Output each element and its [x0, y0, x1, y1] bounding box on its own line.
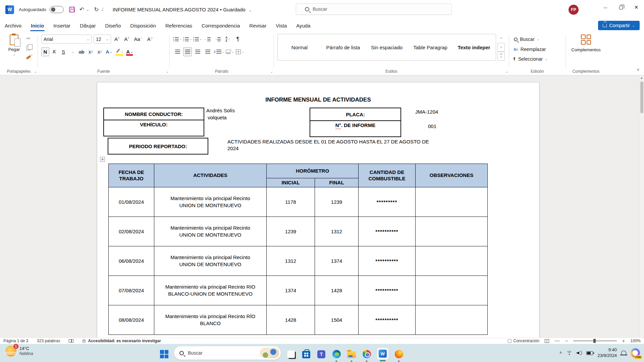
tab-correspondencia[interactable]: Correspondencia [197, 19, 245, 32]
teams-icon[interactable]: T [317, 350, 326, 359]
sort-button[interactable]: AZ↓ [223, 35, 232, 44]
style-parrafo-de-lista[interactable]: Párrafo de lista [321, 45, 365, 50]
clock[interactable]: 9:40 23/9/2024 [597, 347, 617, 359]
autosave-toggle[interactable] [50, 6, 64, 13]
report-no-value[interactable]: 001 [428, 123, 436, 129]
activities-table[interactable]: FECHA DE TRABAJO ACTIVIDADES HORÓMETRO C… [108, 164, 488, 335]
close-button[interactable]: ✕ [629, 0, 644, 15]
accessibility-status[interactable]: Accesibilidad: es necesario investigar [82, 339, 161, 343]
cut-icon[interactable]: ✂ [25, 35, 32, 42]
vertical-scrollbar[interactable]: ▲ [639, 75, 644, 338]
wifi-icon[interactable] [566, 351, 572, 355]
replace-button[interactable]: bc Reemplazar [514, 47, 546, 52]
scroll-up-icon[interactable]: ▲ [639, 76, 644, 79]
plate-label-cell[interactable]: PLACA: [310, 108, 401, 121]
task-view-button[interactable] [286, 350, 296, 359]
table-row[interactable]: 02/08/2024 Mantenimiento vía principal R… [109, 217, 488, 246]
italic-button[interactable]: K [50, 47, 58, 56]
multilevel-list-button[interactable]: ⌄ [193, 35, 202, 44]
microsoft-store-icon[interactable] [302, 350, 311, 359]
copilot-icon[interactable]: PRE [631, 348, 640, 358]
select-button[interactable]: Seleccionar ⌄ [514, 56, 548, 62]
paragraph-dialog-launcher-icon[interactable]: ⌟ [271, 69, 272, 73]
tab-diseno[interactable]: Diseño [101, 19, 126, 32]
addins-button[interactable]: Complementos [566, 35, 606, 52]
share-button[interactable]: Compartir ⌄ [598, 21, 640, 30]
subscript-button[interactable]: x2 [87, 47, 95, 56]
document-title[interactable]: INFORME MENSUAL ANDRES AGOSTO 2024 • Gua… [113, 7, 252, 12]
tab-insertar[interactable]: Insertar [49, 19, 75, 32]
chrome-icon[interactable] [362, 350, 371, 359]
print-layout-active[interactable] [554, 340, 560, 342]
align-center-button[interactable] [183, 47, 192, 56]
table-move-handle-icon[interactable]: ✛ [100, 157, 105, 162]
tab-vista[interactable]: Vista [271, 19, 291, 32]
tab-referencias[interactable]: Referencias [161, 19, 197, 32]
change-case-button[interactable]: Aa⌄ [133, 36, 144, 42]
account-avatar[interactable]: FP [569, 5, 579, 15]
collapse-ribbon-icon[interactable]: ˅ [637, 68, 639, 72]
tab-revisar[interactable]: Revisar [245, 19, 271, 32]
tray-expand-icon[interactable]: ˄ [559, 351, 562, 355]
save-icon[interactable] [69, 7, 75, 12]
borders-button[interactable]: ⌄ [235, 47, 244, 56]
undo-button[interactable]: ↶ [79, 7, 84, 12]
font-name-combo[interactable]: Arial⌄ [41, 35, 92, 44]
edge-icon[interactable] [332, 350, 341, 359]
format-painter-icon[interactable] [25, 54, 32, 61]
font-size-combo[interactable]: 12⌄ [94, 35, 111, 44]
font-dialog-launcher-icon[interactable]: ⌟ [166, 69, 168, 73]
align-right-button[interactable] [193, 47, 202, 56]
style-texto-independiente[interactable]: Texto indeper [452, 45, 496, 50]
numbering-button[interactable]: ⌄ [183, 35, 192, 44]
strikethrough-button[interactable]: ab [77, 47, 86, 56]
zoom-out-button[interactable]: − [565, 338, 568, 344]
focus-mode-button[interactable]: Concentración [508, 339, 539, 343]
align-left-button[interactable] [173, 47, 182, 56]
word-app-icon[interactable]: W [5, 5, 14, 14]
weather-widget[interactable]: 1 14°C Neblina [5, 346, 33, 357]
styles-scroll-down-icon[interactable]: ˅ [497, 43, 505, 52]
word-count[interactable]: 323 palabras [37, 339, 60, 343]
volume-icon[interactable] [577, 351, 582, 355]
tab-disposicion[interactable]: Disposición [125, 19, 161, 32]
highlight-button[interactable]: ⌄ [114, 47, 124, 56]
line-spacing-button[interactable]: ⇕⌄ [213, 47, 224, 56]
style-sin-espaciado[interactable]: Sin espaciado [365, 45, 409, 50]
shading-button[interactable]: ⌄ [225, 47, 234, 56]
document-page[interactable]: INFORME MENSUAL DE ACTIVIDADES NOMBRE CO… [97, 82, 539, 338]
report-no-label-cell[interactable]: N°. DE INFORME [310, 120, 401, 137]
period-text[interactable]: ACTIVIDADES REALIZADAS DESDE EL 01 DE AG… [227, 138, 437, 152]
superscript-button[interactable]: x2 [96, 47, 104, 56]
minimize-button[interactable]: — [598, 0, 613, 15]
firefox-icon[interactable] [394, 350, 404, 359]
file-explorer-icon[interactable] [347, 350, 356, 359]
proofing-status[interactable] [69, 339, 73, 343]
show-marks-button[interactable]: ¶ [233, 35, 242, 44]
tab-ayuda[interactable]: Ayuda [291, 19, 315, 32]
styles-dialog-launcher-icon[interactable]: ⌟ [506, 69, 507, 73]
driver-value[interactable]: Andrés Solís [206, 108, 235, 113]
restore-button[interactable] [613, 0, 629, 15]
period-label-cell[interactable]: PERIODO REPORTADO: [108, 138, 208, 155]
find-button[interactable]: Buscar ⌄ [514, 37, 539, 42]
notifications-bell-icon[interactable] [621, 351, 626, 355]
shrink-font-button[interactable]: A˅ [123, 36, 130, 42]
zoom-slider[interactable] [573, 341, 617, 341]
page-indicator[interactable]: Página 1 de 3 [3, 339, 28, 343]
bullets-button[interactable]: ⌄ [173, 35, 182, 44]
underline-button[interactable]: S [59, 47, 67, 56]
taskbar-search-box[interactable]: Buscar [174, 346, 281, 360]
copy-icon[interactable] [25, 45, 32, 51]
tab-dibujar[interactable]: Dibujar [75, 19, 101, 32]
table-row[interactable]: 01/08/2024 Mantenimiento vía principal R… [109, 187, 488, 217]
increase-indent-button[interactable] [213, 35, 222, 44]
styles-scroll-up-icon[interactable]: ˄ [497, 34, 505, 43]
word-taskbar-icon[interactable]: W [377, 348, 388, 359]
underline-dropdown-icon[interactable]: ⌄ [68, 47, 76, 56]
tab-archivo[interactable]: Archivo [0, 19, 26, 32]
clipboard-dialog-launcher-icon[interactable]: ⌟ [35, 69, 36, 73]
scrollbar-thumb[interactable] [640, 81, 643, 113]
table-row[interactable]: 08/08/2024 Mantenimiento vía principal R… [109, 305, 488, 335]
style-table-paragraph[interactable]: Table Paragrap [409, 45, 452, 50]
